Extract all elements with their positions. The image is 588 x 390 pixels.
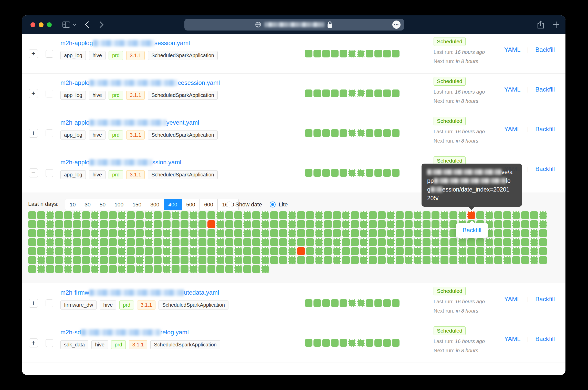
heatmap-cell[interactable] (91, 247, 99, 255)
heatmap-cell[interactable] (387, 238, 395, 246)
heatmap-cell[interactable] (503, 211, 511, 219)
radio-checked-icon[interactable] (270, 202, 276, 207)
heatmap-cell[interactable] (154, 229, 162, 237)
heatmap-cell[interactable] (378, 256, 386, 264)
heatmap-cell[interactable] (207, 265, 215, 273)
heatmap-cell[interactable] (207, 247, 215, 255)
heatmap-cell[interactable] (503, 247, 511, 255)
heatmap-cell[interactable] (360, 211, 368, 219)
heatmap-cell[interactable] (127, 256, 135, 264)
heatmap-cell[interactable] (512, 211, 520, 219)
heatmap-cell[interactable] (216, 238, 224, 246)
heatmap-cell[interactable] (163, 211, 171, 219)
heatmap-cell[interactable] (405, 256, 413, 264)
heatmap-cell[interactable] (118, 238, 126, 246)
heatmap-cell[interactable] (145, 211, 153, 219)
heatmap-cell[interactable] (458, 247, 466, 255)
heatmap-cell[interactable] (521, 247, 529, 255)
heatmap-cell[interactable] (396, 229, 404, 237)
heatmap-cell[interactable] (378, 229, 386, 237)
heatmap-cell[interactable] (46, 211, 54, 219)
heatmap-cell[interactable] (243, 220, 251, 228)
heatmap-cell[interactable] (270, 238, 278, 246)
heatmap-cell[interactable] (396, 256, 404, 264)
sidebar-icon[interactable] (62, 15, 70, 34)
heatmap-cell[interactable] (342, 238, 350, 246)
heatmap-cell[interactable] (405, 238, 413, 246)
heatmap-cell[interactable] (109, 265, 117, 273)
heatmap-cell[interactable] (440, 229, 448, 237)
yaml-link[interactable]: YAML (504, 126, 521, 133)
heatmap-cell[interactable] (306, 247, 314, 255)
yaml-link[interactable]: YAML (504, 335, 521, 343)
heatmap-cell[interactable] (118, 211, 126, 219)
heatmap-cell[interactable] (351, 220, 359, 228)
row-checkbox[interactable] (46, 129, 53, 137)
heatmap-cell[interactable] (396, 211, 404, 219)
heatmap-cell[interactable] (494, 238, 502, 246)
heatmap-cell[interactable] (207, 229, 215, 237)
heatmap-cell[interactable] (82, 229, 90, 237)
heatmap-cell[interactable] (539, 229, 547, 237)
heatmap-cell[interactable] (28, 211, 36, 219)
heatmap-cell[interactable] (91, 238, 99, 246)
heatmap-cell[interactable] (198, 265, 206, 273)
heatmap-cell[interactable] (279, 220, 287, 228)
heatmap-cell[interactable] (521, 238, 529, 246)
heatmap-cell[interactable] (369, 238, 377, 246)
heatmap-cell[interactable] (432, 229, 439, 237)
heatmap-cell[interactable] (423, 256, 430, 264)
heatmap-cell[interactable] (37, 229, 45, 237)
heatmap-cell[interactable] (279, 247, 287, 255)
heatmap-cell[interactable] (145, 229, 153, 237)
heatmap-cell[interactable] (306, 229, 314, 237)
heatmap-cell[interactable] (539, 211, 547, 219)
radio-show-date[interactable]: Show date (226, 199, 262, 210)
heatmap-cell[interactable] (100, 247, 108, 255)
heatmap-cell[interactable] (216, 265, 224, 273)
heatmap-cell[interactable] (145, 247, 153, 255)
heatmap-cell[interactable] (440, 220, 448, 228)
heatmap-cell[interactable] (306, 211, 314, 219)
heatmap-cell[interactable] (216, 247, 224, 255)
heatmap-cell[interactable] (234, 247, 242, 255)
heatmap-cell[interactable] (73, 229, 81, 237)
heatmap-cell[interactable] (181, 265, 188, 273)
heatmap-cell[interactable] (136, 256, 144, 264)
heatmap-cell[interactable] (485, 238, 493, 246)
heatmap-cell[interactable] (154, 238, 162, 246)
heatmap-cell[interactable] (163, 238, 171, 246)
heatmap-cell[interactable] (145, 220, 153, 228)
row-checkbox[interactable] (46, 339, 53, 347)
heatmap-cell[interactable] (55, 238, 63, 246)
heatmap-cell[interactable] (73, 265, 81, 273)
heatmap-cell[interactable] (458, 238, 466, 246)
heatmap-cell[interactable] (91, 265, 99, 273)
heatmap-cell[interactable] (324, 238, 332, 246)
heatmap-cell[interactable] (351, 256, 359, 264)
heatmap-cell[interactable] (154, 220, 162, 228)
heatmap-cell[interactable] (109, 256, 117, 264)
heatmap-cell[interactable] (306, 238, 314, 246)
heatmap-cell[interactable] (64, 247, 72, 255)
heatmap-cell[interactable] (181, 211, 188, 219)
heatmap-cell[interactable] (243, 211, 251, 219)
heatmap-cell[interactable] (512, 256, 520, 264)
heatmap-cell[interactable] (360, 238, 368, 246)
heatmap-cell[interactable] (198, 220, 206, 228)
heatmap-cell[interactable] (225, 220, 233, 228)
heatmap-cell[interactable] (423, 220, 430, 228)
heatmap-cell[interactable] (405, 220, 413, 228)
backfill-link[interactable]: Backfill (535, 335, 555, 343)
days-option-150[interactable]: 150 (128, 199, 146, 210)
heatmap-cell[interactable] (342, 256, 350, 264)
heatmap-cell[interactable] (396, 238, 404, 246)
heatmap-cell[interactable] (37, 211, 45, 219)
days-option-600[interactable]: 600 (200, 199, 218, 210)
heatmap-cell[interactable] (55, 220, 63, 228)
heatmap-cell[interactable] (494, 220, 502, 228)
heatmap-cell[interactable] (73, 238, 81, 246)
expand-toggle-button[interactable]: + (29, 299, 38, 308)
heatmap-cell[interactable] (521, 229, 529, 237)
heatmap-cell[interactable] (494, 256, 502, 264)
